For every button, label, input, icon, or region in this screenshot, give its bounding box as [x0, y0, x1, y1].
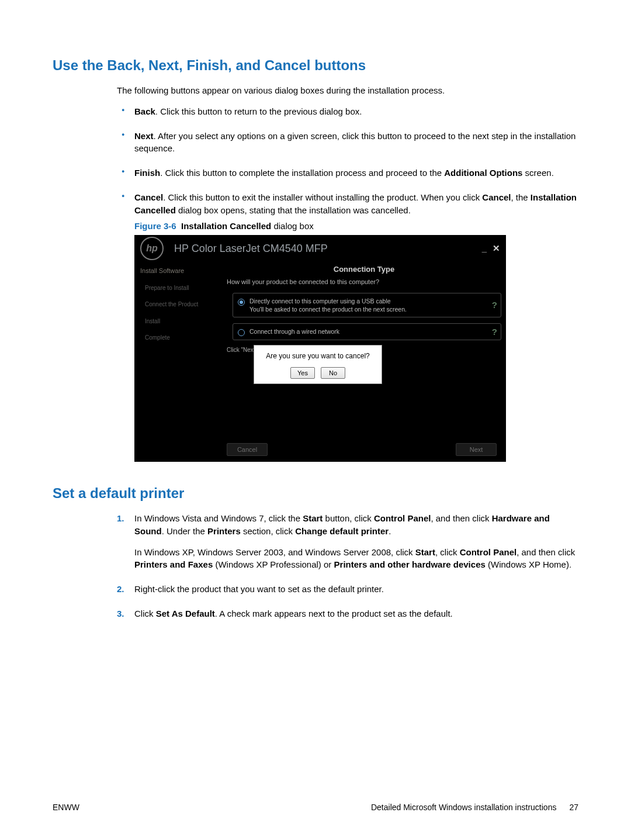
- footer-title: Detailed Microsoft Windows installation …: [371, 803, 556, 812]
- no-button[interactable]: No: [321, 367, 345, 379]
- sidebar-step: Install: [145, 317, 220, 326]
- option-usb-line2: You'll be asked to connect the product o…: [249, 306, 407, 313]
- help-icon[interactable]: ?: [492, 326, 497, 338]
- connection-type-heading: Connection Type: [227, 264, 501, 275]
- connection-type-subtext: How will your product be connected to th…: [227, 278, 501, 287]
- installer-title: HP Color LaserJet CM4540 MFP: [174, 241, 478, 256]
- radio-icon[interactable]: [238, 329, 245, 336]
- button-bullet-list: Back. Click this button to return to the…: [117, 105, 578, 462]
- bullet-next: Next. After you select any options on a …: [117, 130, 578, 155]
- cancel-confirm-dialog: Are you sure you want to cancel? Yes No: [254, 345, 382, 384]
- radio-selected-icon[interactable]: [238, 299, 245, 306]
- option-usb-line1: Directly connect to this computer using …: [249, 298, 391, 305]
- option-wired-network[interactable]: Connect through a wired network ?: [233, 323, 501, 340]
- figure-caption: Figure 3-6 Installation Cancelled dialog…: [134, 220, 578, 233]
- close-icon[interactable]: ✕: [491, 244, 501, 253]
- heading-set-default-printer: Set a default printer: [53, 485, 578, 502]
- sidebar-step: Complete: [145, 334, 220, 343]
- installer-cancel-button[interactable]: Cancel: [227, 443, 268, 456]
- confirm-message: Are you sure you want to cancel?: [260, 351, 376, 361]
- hp-logo-icon: hp: [140, 237, 164, 260]
- sidebar-title: Install Software: [140, 267, 220, 276]
- default-printer-steps: In Windows Vista and Windows 7, click th…: [117, 512, 578, 620]
- bullet-finish: Finish. Click this button to complete th…: [117, 167, 578, 179]
- minimize-icon[interactable]: _: [479, 244, 490, 253]
- help-icon[interactable]: ?: [492, 299, 497, 312]
- installer-next-button[interactable]: Next: [456, 443, 497, 456]
- installation-cancelled-screenshot: hp HP Color LaserJet CM4540 MFP _ ✕ Inst…: [134, 235, 506, 462]
- intro-paragraph: The following buttons appear on various …: [117, 84, 578, 97]
- sidebar-step: Prepare to Install: [145, 284, 220, 293]
- step-1: In Windows Vista and Windows 7, click th…: [117, 512, 578, 571]
- bullet-cancel: Cancel. Click this button to exit the in…: [117, 191, 578, 462]
- option-wired-label: Connect through a wired network: [249, 327, 339, 336]
- page-footer: ENWW Detailed Microsoft Windows installa…: [53, 803, 578, 812]
- bullet-back: Back. Click this button to return to the…: [117, 105, 578, 118]
- sidebar-step: Connect the Product: [145, 300, 220, 309]
- installer-sidebar: Install Software Prepare to Install Conn…: [134, 262, 222, 462]
- page-number: 27: [569, 803, 578, 812]
- footer-left: ENWW: [53, 803, 79, 812]
- step-2: Right-click the product that you want to…: [117, 583, 578, 596]
- yes-button[interactable]: Yes: [290, 367, 315, 379]
- option-usb[interactable]: Directly connect to this computer using …: [233, 293, 501, 317]
- heading-use-buttons: Use the Back, Next, Finish, and Cancel b…: [53, 57, 578, 74]
- step-3: Click Set As Default. A check mark appea…: [117, 607, 578, 620]
